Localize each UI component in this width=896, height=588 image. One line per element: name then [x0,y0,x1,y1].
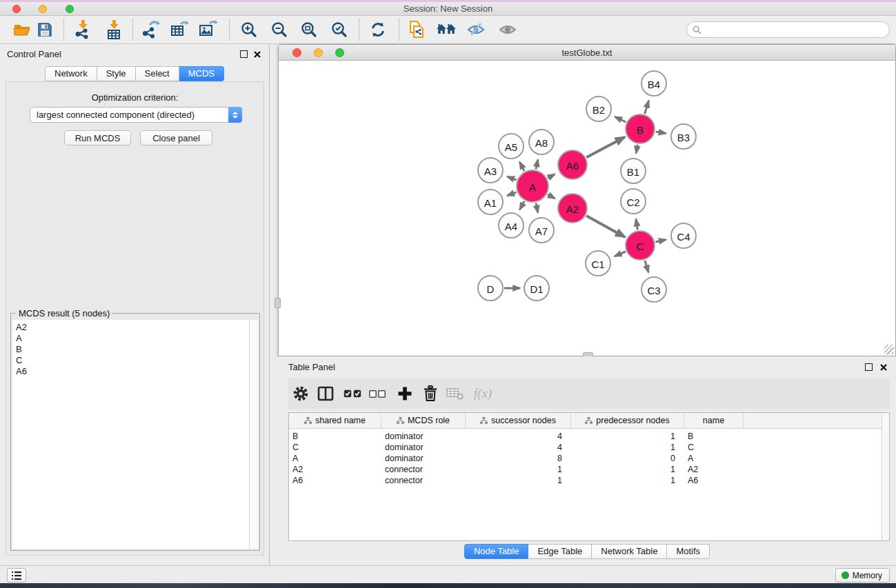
window-title: Session: New Session [0,2,896,16]
edge-C-C4[interactable] [656,240,666,242]
close-panel-icon[interactable] [253,50,261,59]
node-A6[interactable]: A6 [558,150,587,179]
import-table-button[interactable] [102,18,126,41]
node-A3[interactable]: A3 [478,158,503,183]
edge-A2-C[interactable] [586,216,625,237]
edge-A-A5[interactable] [519,162,524,171]
search-box[interactable] [686,21,890,38]
export-table-button[interactable] [168,18,191,41]
deselect-all-button[interactable] [367,383,388,404]
show-panel-button[interactable] [496,18,519,41]
tab-motifs[interactable]: Motifs [667,544,710,559]
table-row[interactable]: Bdominator41B [289,431,889,442]
search-icon [693,26,701,34]
edge-C-C1[interactable] [615,252,626,256]
float-panel-icon[interactable] [240,50,248,58]
home-views-button[interactable] [435,18,458,41]
edge-B-B2[interactable] [615,116,626,122]
cell-shared-name: C [289,443,381,452]
select-all-button[interactable] [342,383,363,404]
tab-network[interactable]: Network [45,66,97,81]
tab-select[interactable]: Select [136,66,179,81]
column-header-mcds-role[interactable]: MCDS role [381,413,466,428]
edge-B-B1[interactable] [636,145,637,154]
tab-network-table[interactable]: Network Table [592,544,667,559]
edge-C-C2[interactable] [636,219,637,230]
node-B4[interactable]: B4 [641,71,666,96]
left-splitter-handle[interactable] [275,298,281,308]
delete-column-button[interactable] [420,383,441,404]
node-A7[interactable]: A7 [529,218,554,243]
network-canvas[interactable]: B4B2BB3A8A5A6A3B1AA1C2A2A4A7C4CC1DC3D1 [279,61,895,356]
close-table-panel-icon[interactable] [879,363,888,372]
search-input[interactable] [706,25,884,35]
tab-node-table[interactable]: Node Table [464,544,529,559]
window-resize-grip[interactable] [884,345,894,354]
node-A8[interactable]: A8 [529,130,554,154]
add-column-button[interactable] [395,383,415,404]
tab-style[interactable]: Style [97,66,136,81]
column-header-successor-nodes[interactable]: successor nodes [466,413,571,428]
table-scrollbar[interactable] [882,413,889,540]
node-A2[interactable]: A2 [558,194,587,223]
open-session-button[interactable] [11,18,34,41]
node-B1[interactable]: B1 [621,159,646,183]
edge-B-B4[interactable] [645,101,649,114]
node-A4[interactable]: A4 [499,213,524,238]
column-header-shared-name[interactable]: shared name [289,413,381,428]
node-B2[interactable]: B2 [586,97,611,121]
zoom-fit-button[interactable] [297,18,321,41]
close-panel-button[interactable]: Close panel [140,130,212,145]
edge-A-A2[interactable] [548,194,555,199]
save-session-button[interactable] [33,18,57,41]
node-B[interactable]: B [626,114,655,143]
node-A5[interactable]: A5 [499,134,524,159]
edge-A-A8[interactable] [536,160,538,170]
show-columns-button[interactable] [315,383,336,404]
cell-shared-name: A6 [289,476,381,485]
column-header-name[interactable]: name [684,413,744,428]
mcds-result-list[interactable]: A2ABCA6 [12,320,249,549]
float-table-panel-icon[interactable] [865,363,873,371]
edge-B-B3[interactable] [656,132,666,134]
node-D[interactable]: D [478,276,503,301]
node-C2[interactable]: C2 [621,189,646,214]
zoom-out-button[interactable] [268,18,291,41]
run-mcds-button[interactable]: Run MCDS [64,130,131,145]
task-history-button[interactable] [7,568,26,582]
node-C[interactable]: C [626,231,655,260]
column-header-predecessor-nodes[interactable]: predecessor nodes [571,413,684,428]
clone-network-button[interactable] [406,18,429,41]
table-row[interactable]: A2connector11A2 [289,464,889,475]
export-network-button[interactable] [139,18,162,41]
node-C1[interactable]: C1 [586,251,610,276]
edge-A-A4[interactable] [519,201,524,210]
node-B3[interactable]: B3 [671,124,696,149]
table-row[interactable]: Cdominator41C [289,442,889,453]
table-options-button[interactable] [290,383,311,404]
edge-A-A3[interactable] [507,176,516,180]
node-A[interactable]: A [517,170,548,202]
optimization-criterion-dropdown[interactable]: largest connected component (directed) [30,107,242,123]
node-D1[interactable]: D1 [524,276,549,301]
import-network-button[interactable] [71,18,94,41]
zoom-selected-button[interactable] [328,18,351,41]
zoom-in-button[interactable] [237,18,261,41]
tab-mcds[interactable]: MCDS [179,66,224,81]
hide-panel-button[interactable] [464,18,488,41]
edge-A-A7[interactable] [536,203,538,213]
table-row[interactable]: Adominator80A [289,453,889,464]
export-image-button[interactable] [197,18,220,41]
node-C3[interactable]: C3 [641,277,666,302]
edge-A-A1[interactable] [507,192,516,196]
edge-A-A6[interactable] [548,174,555,179]
result-list-scrollbar[interactable] [249,320,258,549]
edge-A6-B[interactable] [586,137,625,158]
node-C4[interactable]: C4 [671,223,696,248]
table-row[interactable]: A6connector11A6 [289,475,889,486]
memory-button[interactable]: Memory [835,568,890,582]
edge-C-C3[interactable] [645,261,648,272]
refresh-layout-button[interactable] [366,18,390,41]
node-A1[interactable]: A1 [478,190,503,214]
tab-edge-table[interactable]: Edge Table [528,544,592,559]
